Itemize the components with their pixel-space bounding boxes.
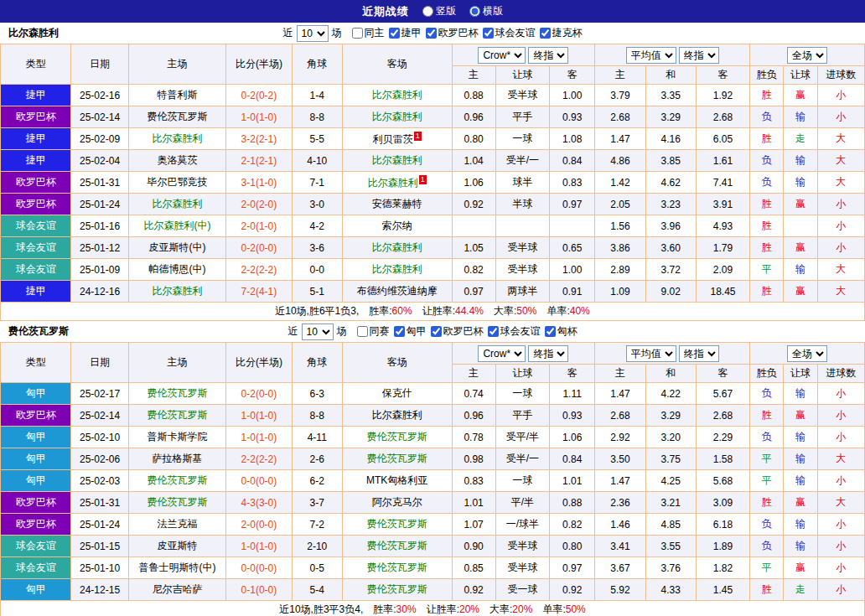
avg-value: 3.96 <box>645 215 696 237</box>
odds-value: 0.92 <box>452 579 495 601</box>
odds-company-select[interactable]: Crow* <box>478 47 526 64</box>
match-score: 4-3(3-0) <box>226 492 292 514</box>
summary-stat-label: 让胜率: <box>422 305 455 317</box>
filter-checkbox[interactable]: 匈杯 <box>545 324 578 339</box>
result-flag: 输 <box>784 172 817 194</box>
match-date: 25-02-09 <box>71 128 128 150</box>
match-score: 2-2(2-2) <box>226 448 292 470</box>
filter-checkbox-input[interactable] <box>483 28 494 39</box>
corner-score: 3-6 <box>292 237 342 259</box>
filter-checkbox[interactable]: 球会友谊 <box>483 26 536 40</box>
filter-checkbox[interactable]: 同赛 <box>357 324 390 339</box>
odds-value: 一球 <box>495 470 549 492</box>
subcol-result-winlose: 胜负 <box>750 365 784 383</box>
avg-value: 2.09 <box>696 259 749 281</box>
fullmatch-select[interactable]: 全场 <box>787 345 827 362</box>
odds-value: 一球 <box>495 128 549 150</box>
avg-final-select[interactable]: 终指 <box>679 345 719 362</box>
match-count-select[interactable]: 10 <box>302 324 334 340</box>
league-badge: 匈甲 <box>1 448 71 470</box>
odds-company-select[interactable]: Crow* <box>478 345 526 362</box>
layout-radio[interactable] <box>422 6 433 17</box>
filter-checkbox-input[interactable] <box>389 28 400 39</box>
odds-value: 平手 <box>495 405 549 427</box>
league-badge: 匈甲 <box>1 470 71 492</box>
avg-select[interactable]: 平均值 <box>626 345 676 362</box>
avg-value: 1.42 <box>595 172 645 194</box>
filter-checkbox-input[interactable] <box>394 326 405 337</box>
filter-bar: 近 10 场 同主捷甲欧罗巴杯球会友谊捷克杯 <box>283 25 583 42</box>
games-label: 场 <box>332 26 342 40</box>
result-flag: 小 <box>817 405 864 427</box>
odds-value: 0.84 <box>550 448 595 470</box>
match-row: 欧罗巴杯25-02-14费伦茨瓦罗斯1-0(1-0)8-8比尔森胜利0.96平手… <box>1 405 865 427</box>
filter-checkbox-input[interactable] <box>545 326 556 337</box>
avg-value: 3.29 <box>645 405 696 427</box>
filter-checkbox-input[interactable] <box>488 326 499 337</box>
match-score: 1-0(1-0) <box>226 106 292 128</box>
fullmatch-select[interactable]: 全场 <box>787 47 827 64</box>
filter-checkbox[interactable]: 同主 <box>352 26 385 40</box>
match-score: 0-0(0-0) <box>226 470 292 492</box>
filter-checkbox-input[interactable] <box>431 326 442 337</box>
filter-checkbox-input[interactable] <box>426 28 437 39</box>
result-flag: 负 <box>750 383 784 405</box>
filter-checkbox[interactable]: 球会友谊 <box>488 324 541 339</box>
filter-checkbox-input[interactable] <box>357 326 368 337</box>
result-flag: 大 <box>817 281 864 303</box>
sections-container: 比尔森胜利 近 10 场 同主捷甲欧罗巴杯球会友谊捷克杯 类型 <box>0 23 865 616</box>
home-team: 比尔森胜利 <box>128 194 226 215</box>
recent-results-page: 近期战绩 竖版 横版 比尔森胜利 近 10 场 同主捷甲欧罗巴杯球会友谊捷克杯 <box>0 0 865 616</box>
corner-score: 3-7 <box>292 492 342 514</box>
avg-value: 1.45 <box>696 579 749 601</box>
odds-value: 1.00 <box>550 259 595 281</box>
odds-final-select[interactable]: 终指 <box>528 47 568 64</box>
league-badge: 球会友谊 <box>1 557 71 579</box>
subcol-result-handicap: 让球 <box>784 365 817 383</box>
odds-value: 0.91 <box>550 281 595 303</box>
odds-value: 0.78 <box>452 427 495 448</box>
corner-score: 2-10 <box>292 536 342 557</box>
result-flag: 小 <box>817 383 864 405</box>
odds-value: 受半球 <box>495 536 549 557</box>
result-flag: 平 <box>750 470 784 492</box>
filter-checkbox-label: 欧罗巴杯 <box>443 324 484 339</box>
subcol-odds-handicap: 让球 <box>495 365 549 383</box>
result-flag: 胜 <box>750 281 784 303</box>
subcol-odds-home: 主 <box>452 365 495 383</box>
col-corner-header: 角球 <box>292 44 342 85</box>
avg-select[interactable]: 平均值 <box>626 47 676 64</box>
match-score: 0-1(0-0) <box>226 579 292 601</box>
filter-checkbox[interactable]: 捷克杯 <box>540 26 583 40</box>
filter-checkbox-input[interactable] <box>540 28 551 39</box>
league-badge: 欧罗巴杯 <box>1 172 71 194</box>
match-count-select[interactable]: 10 <box>297 25 329 42</box>
odds-value: 受半/一 <box>495 448 549 470</box>
filter-checkbox-input[interactable] <box>352 28 363 39</box>
layout-radio[interactable] <box>469 6 480 17</box>
filter-checkbox[interactable]: 欧罗巴杯 <box>426 26 479 40</box>
odds-value: 受半球 <box>495 237 549 259</box>
layout-option-horizontal[interactable]: 横版 <box>469 4 503 18</box>
odds-final-select[interactable]: 终指 <box>528 345 568 362</box>
team-section: 费伦茨瓦罗斯 近 10 场 同赛匈甲欧罗巴杯球会友谊匈杯 类型 <box>0 321 865 616</box>
result-flag: 胜 <box>750 579 784 601</box>
match-date: 25-01-31 <box>71 172 128 194</box>
result-flag: 输 <box>784 259 817 281</box>
subcol-odds-away: 客 <box>550 365 595 383</box>
corner-score: 5-5 <box>292 128 342 150</box>
avg-final-select[interactable]: 终指 <box>679 47 719 64</box>
result-flag: 输 <box>784 470 817 492</box>
summary-stat-value: 60% <box>392 305 412 317</box>
avg-value: 1.82 <box>696 557 749 579</box>
layout-option-vertical[interactable]: 竖版 <box>422 4 456 18</box>
result-flag: 输 <box>784 536 817 557</box>
filter-checkbox[interactable]: 欧罗巴杯 <box>431 324 484 339</box>
summary-stat-value: 20% <box>512 603 532 615</box>
subcol-avg-away: 客 <box>696 365 749 383</box>
avg-value: 3.79 <box>595 85 645 106</box>
corner-score: 5-1 <box>292 281 342 303</box>
filter-checkbox[interactable]: 匈甲 <box>394 324 427 339</box>
filter-checkbox-label: 捷克杯 <box>552 26 583 40</box>
filter-checkbox[interactable]: 捷甲 <box>389 26 422 40</box>
